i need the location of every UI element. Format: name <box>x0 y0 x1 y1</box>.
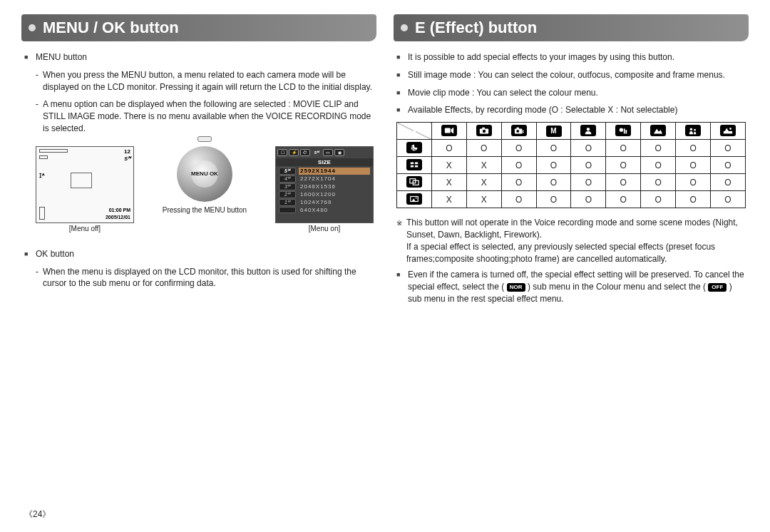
mode-camera-p-icon: P <box>511 125 527 136</box>
menu-button-desc-1: When you press the MENU button, a menu r… <box>43 69 374 93</box>
mode-portrait-icon <box>580 125 596 136</box>
menu-illustration: 12 5ᴹ 𐌆ᴬ 01:00 PM 2005/12/01 [Menu off] … <box>36 146 374 232</box>
mode-nightscene-icon <box>615 125 631 136</box>
mode-icon: ☐ <box>277 149 287 156</box>
metering-icon: ◉ <box>334 149 344 156</box>
svg-point-8 <box>587 128 590 131</box>
menu-ok-section: MENU / OK button MENU button When you pr… <box>21 14 376 311</box>
effect-frame-icon <box>406 193 422 205</box>
lcd-menu-on: ☐ ⚡ ⏱ 5ᴹ ▭ ◉ SIZE 5ᴹ2592X1944 4ᴹ2272X170… <box>275 146 374 232</box>
svg-rect-6 <box>516 128 519 130</box>
svg-rect-10 <box>624 129 625 134</box>
effect-p2: Still image mode : You can select the co… <box>408 69 746 81</box>
asterisk-icon <box>396 217 406 265</box>
mode-video-icon <box>441 125 457 136</box>
effect-p4: Available Effects, by recording mode (O … <box>408 104 746 116</box>
svg-point-16 <box>411 146 413 148</box>
effect-composite-icon <box>406 176 422 188</box>
bullet-icon <box>24 248 31 260</box>
effect-note-1: This button will not operate in the Voic… <box>406 217 746 265</box>
menu-on-caption: [Menu on] <box>275 225 374 232</box>
mode-m-icon: M <box>546 126 562 137</box>
size-icon: 5ᴹ <box>312 149 322 156</box>
table-cell: O <box>431 140 466 157</box>
svg-rect-14 <box>724 131 732 134</box>
dash-icon <box>36 98 43 134</box>
svg-point-2 <box>483 130 486 133</box>
svg-text:P: P <box>522 131 524 135</box>
dash-icon <box>36 69 43 93</box>
dial-caption: Pressing the MENU button <box>151 206 258 214</box>
svg-point-15 <box>729 128 732 130</box>
effect-p1: It is possible to add special effects to… <box>408 51 746 63</box>
effect-header: E (Effect) button <box>394 14 749 41</box>
svg-point-12 <box>690 128 693 131</box>
dash-icon <box>36 266 43 290</box>
menu-button-title: MENU button <box>36 51 374 63</box>
timer-icon: ⏱ <box>300 149 310 156</box>
svg-point-18 <box>414 149 416 150</box>
effect-outfocus-icon <box>406 159 422 170</box>
menu-button-desc-2: A menu option can be displayed when the … <box>43 98 374 134</box>
menu-off-caption: [Menu off] <box>36 225 134 232</box>
mode-landscape-icon <box>650 125 666 136</box>
svg-point-9 <box>620 128 623 132</box>
nor-icon: NOR <box>507 283 525 292</box>
ok-button-title: OK button <box>36 248 374 260</box>
effects-table: P M OOOOOOOOO XXOOOOOOO <box>396 122 746 208</box>
quality-icon: ▭ <box>323 149 333 156</box>
page-number: 《24》 <box>24 508 51 521</box>
table-corner <box>397 123 432 140</box>
svg-rect-20 <box>415 163 418 165</box>
svg-point-5 <box>516 130 519 133</box>
mode-beach-icon <box>720 125 736 136</box>
flash-icon: ⚡ <box>289 149 299 156</box>
effect-colour-icon <box>406 142 422 153</box>
effect-note-2: Even if the camera is turned off, the sp… <box>408 269 746 305</box>
mode-camera-icon <box>476 125 492 136</box>
menu-ok-header: MENU / OK button <box>21 14 376 41</box>
svg-rect-21 <box>411 165 414 168</box>
mode-children-icon <box>685 125 701 136</box>
menu-dial: MENU OK Pressing the MENU button <box>151 146 258 214</box>
effect-section: E (Effect) button It is possible to add … <box>394 14 749 311</box>
svg-point-26 <box>416 198 417 199</box>
lcd-menu-off: 12 5ᴹ 𐌆ᴬ 01:00 PM 2005/12/01 [Menu off] <box>36 146 134 232</box>
off-icon: OFF <box>708 283 727 292</box>
svg-rect-11 <box>626 130 627 133</box>
ok-button-desc: When the menu is displayed on the LCD mo… <box>43 266 374 290</box>
bullet-icon <box>24 51 31 63</box>
effect-p3: Movie clip mode : You can select the col… <box>408 87 746 99</box>
svg-point-13 <box>694 129 696 131</box>
svg-rect-19 <box>411 163 414 165</box>
svg-point-17 <box>412 148 414 150</box>
svg-rect-22 <box>415 165 418 168</box>
svg-rect-3 <box>482 128 485 130</box>
svg-rect-0 <box>445 128 451 133</box>
